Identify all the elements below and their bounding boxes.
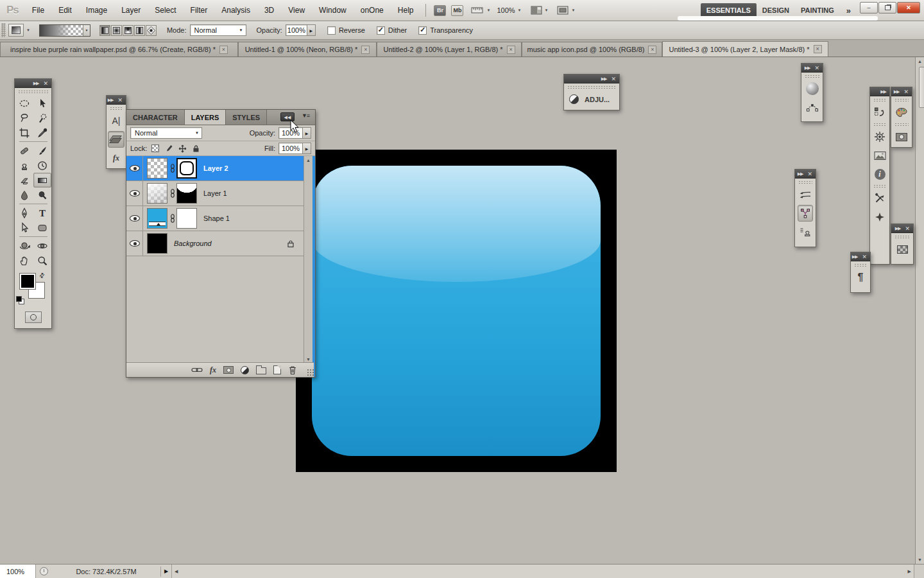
document-tab-3[interactable]: Untitled-2 @ 100% (Layer 1, RGB/8) * ×: [377, 42, 522, 57]
reverse-checkbox[interactable]: [327, 26, 336, 35]
menu-select[interactable]: Select: [148, 0, 183, 21]
blend-mode-dropdown[interactable]: Normal ▼: [190, 24, 246, 36]
opacity-input[interactable]: 100%: [286, 24, 307, 36]
layer-mask-thumbnail[interactable]: [176, 158, 197, 179]
layer-blend-mode-dropdown[interactable]: Normal ▼: [130, 127, 202, 139]
scroll-right-icon[interactable]: ▶: [908, 569, 911, 574]
3d-sphere-icon[interactable]: [805, 80, 820, 97]
collapse-panel-icon[interactable]: ▶▶: [805, 66, 810, 71]
panel-grip[interactable]: [805, 74, 819, 78]
info-icon[interactable]: i: [872, 166, 887, 182]
color-panel-icon[interactable]: [894, 104, 909, 121]
panel-menu-icon[interactable]: ▼≡: [298, 112, 312, 125]
launch-bridge-button[interactable]: Br: [434, 5, 446, 16]
swap-colors-icon[interactable]: ⇄: [37, 271, 46, 280]
move-tool[interactable]: [33, 96, 51, 110]
rounded-rectangle-tool[interactable]: [33, 220, 51, 235]
chevron-down-icon[interactable]: ▼: [518, 8, 522, 12]
workspace-overflow-icon[interactable]: »: [840, 6, 857, 15]
scrollbar-thumb[interactable]: [919, 67, 924, 108]
panel-grip[interactable]: [18, 90, 48, 94]
vertical-scrollbar[interactable]: ▲ ▼: [915, 57, 924, 564]
lock-position-button[interactable]: [178, 144, 187, 153]
layer-thumbnail[interactable]: [147, 208, 167, 229]
crop-tool[interactable]: [15, 125, 33, 140]
angle-gradient-button[interactable]: [123, 25, 133, 36]
chevron-down-icon[interactable]: ▼: [486, 8, 490, 12]
eyedropper-tool[interactable]: [33, 125, 51, 140]
close-button[interactable]: ✕: [897, 2, 920, 13]
visibility-cell[interactable]: [126, 206, 143, 231]
radial-gradient-button[interactable]: [111, 25, 122, 36]
layers-panel-icon[interactable]: [108, 131, 124, 148]
diamond-gradient-button[interactable]: [146, 25, 157, 36]
menu-edit[interactable]: Edit: [51, 0, 79, 21]
panel-grip[interactable]: [798, 180, 812, 184]
scroll-up-icon[interactable]: ▲: [306, 156, 311, 164]
history-icon[interactable]: [872, 104, 887, 121]
close-panel-icon[interactable]: ✕: [43, 80, 48, 87]
close-tab-icon[interactable]: ×: [648, 46, 656, 54]
new-layer-button[interactable]: [273, 365, 281, 374]
layer-thumbnail[interactable]: [147, 158, 167, 179]
tools-measure-icon[interactable]: [872, 190, 887, 207]
3d-orbit-tool[interactable]: [33, 238, 51, 253]
layer-row-background[interactable]: Background: [126, 231, 315, 256]
gradient-picker-arrow-icon[interactable]: ▼: [83, 25, 90, 36]
history-brush-tool[interactable]: [33, 158, 51, 173]
layer-row-layer2[interactable]: Layer 2: [126, 156, 315, 181]
layers-scrollbar[interactable]: ▲ ▼: [304, 156, 312, 363]
layer-style-button[interactable]: fx: [210, 365, 216, 375]
new-group-button[interactable]: [256, 365, 266, 374]
workspace-design[interactable]: DESIGN: [757, 3, 795, 17]
clone-source-icon[interactable]: [798, 205, 813, 222]
close-panel-icon[interactable]: ✕: [862, 254, 867, 260]
brush-presets-icon[interactable]: [798, 186, 813, 203]
document-tab-1[interactable]: inspire blue purple rain wallpaper.psd @…: [0, 42, 238, 57]
chevron-down-icon[interactable]: ▼: [545, 8, 549, 12]
histogram-icon[interactable]: [872, 147, 887, 164]
menu-3d[interactable]: 3D: [257, 0, 281, 21]
document-tab-5-active[interactable]: Untitled-3 @ 100% (Layer 2, Layer Mask/8…: [662, 41, 828, 57]
layer-name[interactable]: Shape 1: [203, 215, 230, 222]
close-panel-icon[interactable]: ✕: [905, 225, 910, 232]
chevron-down-icon[interactable]: ▼: [571, 8, 575, 12]
layer-thumbnail[interactable]: [147, 183, 167, 204]
workspace-essentials[interactable]: ESSENTIALS: [701, 3, 757, 17]
link-layers-button[interactable]: [191, 367, 203, 373]
collapse-panel-icon[interactable]: ▶▶: [108, 98, 114, 103]
layer-name[interactable]: Layer 1: [203, 189, 227, 197]
zoom-tool[interactable]: [33, 253, 51, 268]
panel-grip[interactable]: [873, 184, 886, 188]
path-selection-tool[interactable]: [15, 220, 33, 235]
menu-onone[interactable]: onOne: [354, 0, 391, 21]
quick-mask-mode-button[interactable]: [25, 311, 42, 323]
close-tab-icon[interactable]: ×: [814, 45, 822, 53]
type-tool[interactable]: T: [33, 206, 51, 220]
dither-checkbox[interactable]: [377, 26, 385, 35]
close-panel-icon[interactable]: ✕: [807, 171, 812, 177]
dodge-tool[interactable]: [33, 188, 51, 202]
brush-tool[interactable]: [33, 143, 51, 158]
pen-tool[interactable]: [15, 206, 33, 220]
character-panel-icon[interactable]: A|: [108, 112, 124, 129]
close-panel-icon[interactable]: ✕: [611, 76, 616, 82]
close-tab-icon[interactable]: ×: [361, 46, 370, 54]
lock-all-button[interactable]: [191, 144, 200, 153]
spot-healing-brush-tool[interactable]: [15, 143, 33, 158]
panel-grip[interactable]: [873, 123, 886, 127]
visibility-cell[interactable]: [126, 181, 143, 206]
panel-grip[interactable]: [873, 98, 886, 102]
reflected-gradient-button[interactable]: [134, 25, 145, 36]
scroll-down-icon[interactable]: ▼: [918, 556, 922, 564]
collapse-panel-icon[interactable]: ▶▶: [798, 171, 803, 177]
app-zoom-level[interactable]: 100%: [497, 6, 515, 14]
quick-selection-tool[interactable]: [33, 110, 51, 125]
layer-fill-input[interactable]: 100%: [278, 143, 303, 154]
visibility-cell[interactable]: [126, 231, 143, 256]
status-menu-arrow-icon[interactable]: ▶: [161, 568, 171, 574]
opacity-slider-arrow-icon[interactable]: ▶: [303, 127, 311, 139]
opacity-slider-arrow-icon[interactable]: ▶: [307, 24, 316, 36]
layer-name[interactable]: Background: [174, 240, 212, 247]
3d-rotate-tool[interactable]: [15, 238, 33, 253]
